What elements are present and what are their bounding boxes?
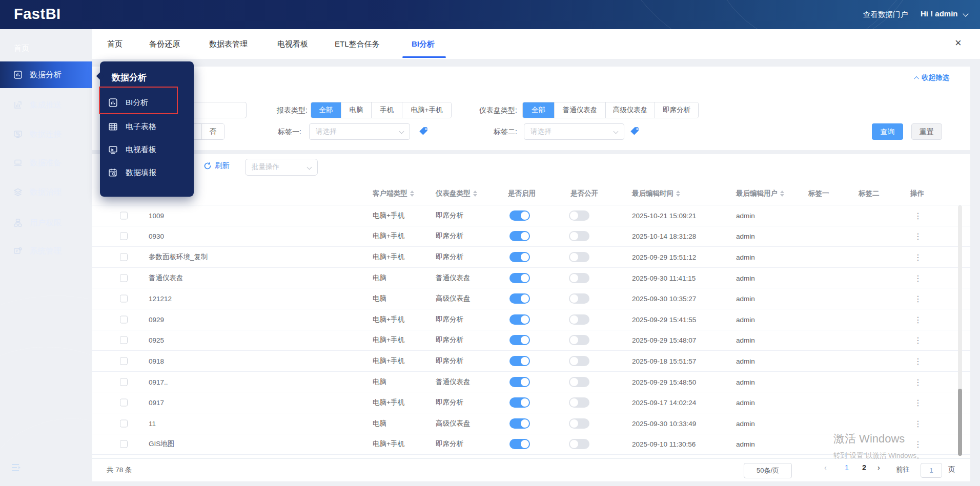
dashboard-type-option-all[interactable]: 全部 — [523, 102, 554, 118]
public-toggle[interactable] — [569, 210, 589, 221]
report-type-option-all[interactable]: 全部 — [311, 102, 341, 118]
sidebar-collapse-button[interactable] — [10, 462, 23, 474]
prev-page-button[interactable]: ‹ — [824, 463, 827, 472]
header-last-edit-time[interactable]: 最后编辑时间 — [632, 182, 680, 205]
page-size-select[interactable]: 50条/页 — [744, 463, 792, 478]
sidebar-item-integration-push[interactable]: 集成推送 — [0, 92, 92, 118]
view-data-portal-link[interactable]: 查看数据门户 — [863, 10, 908, 19]
sidebar-item-data-analysis[interactable]: 数据分析 — [0, 61, 92, 88]
row-actions-button[interactable]: ⋮ — [914, 231, 923, 241]
tag-icon[interactable] — [418, 126, 429, 137]
tab-home[interactable]: 首页 — [107, 29, 122, 59]
collapse-filters-link[interactable]: 收起筛选 — [915, 73, 949, 82]
enable-toggle[interactable] — [509, 273, 530, 283]
dashboard-type-option-advanced[interactable]: 高级仪表盘 — [605, 102, 655, 118]
tab-data-table-management[interactable]: 数据表管理 — [209, 29, 248, 59]
flyout-item-data-entry[interactable]: 数据填报 — [100, 163, 194, 182]
tab-bi-analysis[interactable]: BI分析 — [412, 29, 435, 59]
sidebar-item-data-preparation[interactable]: 数据准备 — [0, 150, 92, 176]
refresh-button[interactable]: 刷新 — [203, 161, 230, 171]
row-actions-button[interactable]: ⋮ — [914, 335, 923, 345]
row-checkbox[interactable] — [120, 336, 128, 344]
next-page-button[interactable]: › — [877, 463, 880, 472]
row-actions-button[interactable]: ⋮ — [914, 398, 923, 408]
enable-toggle[interactable] — [509, 377, 530, 387]
scrollbar-thumb[interactable] — [958, 389, 962, 456]
row-checkbox[interactable] — [120, 253, 128, 261]
goto-page-input[interactable]: 1 — [921, 463, 942, 478]
sort-icon[interactable] — [780, 191, 784, 197]
report-type-option-pc[interactable]: 电脑 — [341, 102, 371, 118]
enable-toggle[interactable] — [509, 293, 530, 304]
page-number-1[interactable]: 1 — [845, 463, 849, 472]
public-toggle[interactable] — [569, 397, 589, 408]
row-actions-button[interactable]: ⋮ — [914, 377, 923, 387]
row-checkbox[interactable] — [120, 295, 128, 303]
public-toggle[interactable] — [569, 252, 589, 262]
public-toggle[interactable] — [569, 293, 589, 304]
enable-toggle[interactable] — [509, 231, 530, 241]
sidebar-item-data-connection[interactable]: 数据连接 — [0, 121, 92, 147]
row-actions-button[interactable]: ⋮ — [914, 252, 923, 262]
row-checkbox[interactable] — [120, 419, 128, 427]
enable-toggle[interactable] — [509, 356, 530, 366]
header-last-edit-user[interactable]: 最后编辑用户 — [736, 182, 784, 205]
user-greeting[interactable]: Hi ! admin — [921, 9, 958, 18]
tag-icon[interactable] — [629, 126, 640, 137]
enable-toggle[interactable] — [509, 314, 530, 325]
row-actions-button[interactable]: ⋮ — [914, 356, 923, 366]
enable-toggle[interactable] — [509, 252, 530, 262]
flyout-item-spreadsheet[interactable]: 电子表格 — [100, 117, 194, 136]
sidebar-item-system-management[interactable]: 系统管理 — [0, 238, 92, 264]
flyout-item-bi-analysis[interactable]: BI分析 — [100, 93, 194, 112]
row-checkbox[interactable] — [120, 233, 128, 240]
chevron-down-icon[interactable] — [963, 11, 968, 16]
tab-backup-restore[interactable]: 备份还原 — [149, 29, 180, 59]
tab-etl-tasks[interactable]: ETL整合任务 — [335, 29, 380, 59]
public-toggle[interactable] — [569, 314, 589, 325]
enable-toggle[interactable] — [509, 418, 530, 429]
row-checkbox[interactable] — [120, 378, 128, 386]
sort-icon[interactable] — [410, 191, 414, 197]
sidebar-item-data-governance[interactable]: 数据治理 — [0, 179, 92, 205]
dashboard-type-option-adhoc[interactable]: 即席分析 — [655, 102, 698, 118]
public-toggle[interactable] — [569, 439, 589, 449]
page-number-2[interactable]: 2 — [862, 463, 866, 472]
flyout-item-tv-board[interactable]: 电视看板 — [100, 140, 194, 159]
row-actions-button[interactable]: ⋮ — [914, 273, 923, 283]
sidebar-item-home[interactable]: 首页 — [14, 40, 29, 56]
row-checkbox[interactable] — [120, 440, 128, 448]
enable-toggle[interactable] — [509, 397, 530, 408]
public-toggle[interactable] — [569, 356, 589, 366]
query-button[interactable]: 查询 — [872, 123, 903, 140]
public-toggle[interactable] — [569, 335, 589, 345]
public-toggle[interactable] — [569, 231, 589, 241]
enable-toggle[interactable] — [509, 439, 530, 449]
sidebar-item-user-permissions[interactable]: 用户权限 — [0, 209, 92, 236]
row-checkbox[interactable] — [120, 315, 128, 323]
enable-toggle[interactable] — [509, 335, 530, 345]
sort-icon[interactable] — [473, 191, 477, 197]
tab-tv-board[interactable]: 电视看板 — [277, 29, 308, 59]
public-toggle[interactable] — [569, 418, 589, 429]
row-actions-button[interactable]: ⋮ — [914, 314, 923, 324]
enable-toggle[interactable] — [509, 210, 530, 221]
row-actions-button[interactable]: ⋮ — [914, 294, 923, 304]
close-icon[interactable]: × — [955, 36, 962, 50]
vertical-scrollbar[interactable] — [958, 205, 962, 456]
tag-two-select[interactable]: 请选择 — [524, 123, 624, 140]
report-type-option-pc-mobile[interactable]: 电脑+手机 — [402, 102, 451, 118]
batch-operation-select[interactable]: 批量操作 — [245, 159, 318, 176]
header-dashboard-type[interactable]: 仪表盘类型 — [436, 182, 477, 205]
reset-button[interactable]: 重置 — [911, 123, 942, 140]
tag-one-select[interactable]: 请选择 — [309, 123, 410, 140]
row-checkbox[interactable] — [120, 212, 128, 219]
row-checkbox[interactable] — [120, 357, 128, 365]
row-actions-button[interactable]: ⋮ — [914, 439, 923, 449]
row-actions-button[interactable]: ⋮ — [914, 210, 923, 220]
header-client-type[interactable]: 客户端类型 — [373, 182, 414, 205]
row-checkbox[interactable] — [120, 274, 128, 282]
row-actions-button[interactable]: ⋮ — [914, 418, 923, 428]
option-no[interactable]: 否 — [201, 124, 224, 139]
public-toggle[interactable] — [569, 273, 589, 283]
